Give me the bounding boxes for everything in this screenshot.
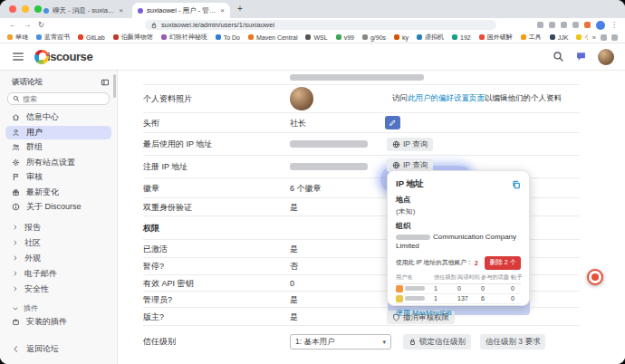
copy-icon[interactable] bbox=[512, 180, 521, 189]
bookmark-item[interactable]: 工具 bbox=[521, 33, 542, 42]
sidebar-section-toggle[interactable]: 安全性 bbox=[5, 282, 111, 296]
bookmark-item[interactable]: WSL bbox=[305, 34, 327, 41]
reload-icon[interactable]: ↻ bbox=[38, 21, 44, 29]
sidebar-toggle-icon[interactable] bbox=[101, 78, 110, 87]
bookmark-item[interactable]: 翠雄 bbox=[7, 33, 28, 42]
bookmark-item[interactable]: 小鸭 bbox=[576, 33, 587, 42]
sidebar-search[interactable] bbox=[7, 92, 110, 105]
close-tab-icon[interactable]: × bbox=[220, 6, 225, 14]
sidebar-item-site-settings[interactable]: 所有站点设置 bbox=[5, 156, 111, 169]
location-label: 地点 bbox=[396, 195, 521, 205]
redacted-username[interactable] bbox=[405, 286, 425, 291]
minimize-window-button[interactable] bbox=[22, 5, 29, 13]
row-value: 社长 bbox=[290, 117, 306, 129]
chevron-right-icon bbox=[12, 270, 19, 277]
sidebar-section-toggle[interactable]: 报告 bbox=[5, 220, 111, 235]
bookmark-item[interactable]: 192 bbox=[452, 34, 471, 41]
col-topics-entered: 参与的话题 bbox=[481, 273, 511, 282]
bookmark-favicon bbox=[216, 34, 221, 40]
edit-title-button[interactable] bbox=[385, 116, 400, 129]
bookmarks-overflow-chevron[interactable]: » bbox=[592, 34, 596, 42]
bookmark-item[interactable]: 蓝青霞书 bbox=[36, 33, 70, 42]
extension-icon[interactable] bbox=[549, 22, 555, 28]
bookmark-item[interactable]: JJK bbox=[550, 34, 569, 41]
chevron-right-icon bbox=[12, 285, 19, 292]
sidebar-item-groups[interactable]: 群组 bbox=[5, 140, 111, 154]
sidebar-section-toggle[interactable]: 外观 bbox=[5, 251, 111, 265]
user-avatar[interactable] bbox=[598, 49, 614, 65]
browser-tab-inactive[interactable]: 聊天 - 消息 - suxiaowei - 谈话论坛 × bbox=[38, 3, 129, 18]
bookmark-item[interactable]: 伯颜博物馆 bbox=[113, 33, 153, 42]
bookmark-item[interactable]: 虚拟机 bbox=[417, 33, 444, 42]
preferences-link[interactable]: 此用户的偏好设置页面 bbox=[408, 93, 485, 102]
bookmark-favicon bbox=[36, 34, 42, 40]
floating-annotation-widget[interactable] bbox=[587, 269, 603, 285]
search-icon[interactable] bbox=[553, 51, 564, 62]
sidebar-item-about[interactable]: 关于 Discourse bbox=[5, 200, 111, 214]
sidebar-item-users[interactable]: 用户 bbox=[5, 126, 111, 139]
bookmark-favicon bbox=[305, 34, 311, 40]
trust-level-requirements-button[interactable]: 信任级别 3 要求 bbox=[480, 334, 545, 350]
table-header-row: 用户名 信任级别 阅读时间 参与的话题 帖子 bbox=[396, 273, 521, 284]
profile-photo[interactable] bbox=[290, 87, 313, 110]
address-bar[interactable]: suxiaowei.ie/admin/users/1/suxiaowei bbox=[145, 20, 496, 30]
extension-icon[interactable] bbox=[561, 22, 567, 28]
sidebar-item-whats-new[interactable]: 最新变化 bbox=[5, 186, 111, 199]
row-title: 头衔 社长 bbox=[143, 112, 580, 132]
organization-label: 组织 bbox=[396, 221, 521, 231]
extension-icon[interactable] bbox=[572, 22, 579, 28]
puzzle-icon bbox=[12, 318, 20, 326]
col-read-time: 阅读时间 bbox=[457, 273, 481, 282]
brand-wordmark: iscourse bbox=[47, 50, 92, 63]
sidebar-plugins-header[interactable]: 插件 bbox=[12, 303, 105, 313]
gift-icon bbox=[12, 188, 20, 196]
bookmark-item[interactable]: To Do bbox=[216, 34, 240, 41]
chevron-down-icon bbox=[12, 305, 19, 312]
sidebar-item-review[interactable]: 审核 bbox=[5, 170, 111, 184]
other-bookmarks-icon[interactable] bbox=[611, 34, 618, 41]
bookmark-item[interactable]: Maven Central bbox=[248, 34, 298, 41]
lock-trust-level-button[interactable]: 锁定信任级别 bbox=[403, 334, 471, 350]
browser-profile-avatar[interactable] bbox=[596, 21, 605, 30]
bookmark-favicon bbox=[394, 34, 399, 40]
new-tab-button[interactable]: + bbox=[237, 4, 243, 14]
sidebar-section-toggle[interactable]: 电子邮件 bbox=[5, 266, 111, 281]
window-controls bbox=[9, 5, 42, 13]
forward-icon[interactable]: → bbox=[24, 21, 31, 29]
close-window-button[interactable] bbox=[9, 5, 16, 13]
sidebar-section-toggle[interactable]: 社区 bbox=[5, 235, 111, 250]
maxmind-link[interactable]: 使用 MaxMindDB bbox=[396, 308, 521, 318]
back-icon[interactable]: ← bbox=[9, 21, 16, 29]
delete-accounts-button[interactable]: 删除 2 个 bbox=[485, 256, 521, 270]
browser-tab-active[interactable]: suxiaowei - 用户 - 管理员 - 谈话论坛 × bbox=[132, 3, 230, 18]
close-tab-icon[interactable]: × bbox=[119, 6, 123, 14]
chat-icon[interactable] bbox=[575, 51, 587, 62]
location-value: (未知) bbox=[396, 206, 521, 216]
redacted-ip bbox=[290, 163, 368, 170]
bookmark-label: ky bbox=[402, 34, 409, 41]
bookmark-item[interactable]: 国外破解 bbox=[479, 33, 513, 42]
reading-list-icon[interactable] bbox=[601, 34, 607, 41]
bookmark-item[interactable]: ky bbox=[394, 34, 409, 41]
trust-level-select[interactable]: 1: 基本用户 ▾ bbox=[290, 334, 391, 350]
bookmark-item[interactable]: 幻狼社神秘境 bbox=[161, 33, 207, 42]
home-icon bbox=[12, 113, 20, 121]
sidebar-item-installed-plugins[interactable]: 安装的插件 bbox=[5, 315, 111, 329]
sidebar-plugins-label: 插件 bbox=[24, 303, 38, 313]
extension-icon[interactable] bbox=[584, 22, 591, 28]
ip-lookup-button[interactable]: IP 查询 bbox=[387, 138, 433, 151]
sidebar-search-input[interactable] bbox=[23, 95, 93, 103]
sidebar-back-to-forum[interactable]: 返回论坛 bbox=[5, 342, 111, 356]
redacted-username[interactable] bbox=[405, 296, 425, 301]
bookmark-item[interactable]: g/90s bbox=[362, 34, 386, 41]
bookmarks-list: 翠雄 蓝青霞书 GitLab 伯颜博物馆 幻狼社神秘境 To Do Maven … bbox=[7, 33, 588, 42]
hamburger-menu-icon[interactable] bbox=[13, 51, 24, 63]
browser-menu-icon[interactable]: ⋮ bbox=[611, 21, 618, 30]
bookmark-item[interactable]: v99 bbox=[336, 34, 354, 41]
search-icon bbox=[13, 95, 20, 102]
sidebar-item-dashboard[interactable]: 信息中心 bbox=[5, 110, 111, 124]
bookmark-item[interactable]: GitLab bbox=[78, 34, 105, 41]
site-logo[interactable]: iscourse bbox=[34, 50, 92, 64]
sidebar-scrollbar-thumb[interactable] bbox=[113, 74, 116, 98]
extension-icon[interactable] bbox=[537, 22, 543, 28]
